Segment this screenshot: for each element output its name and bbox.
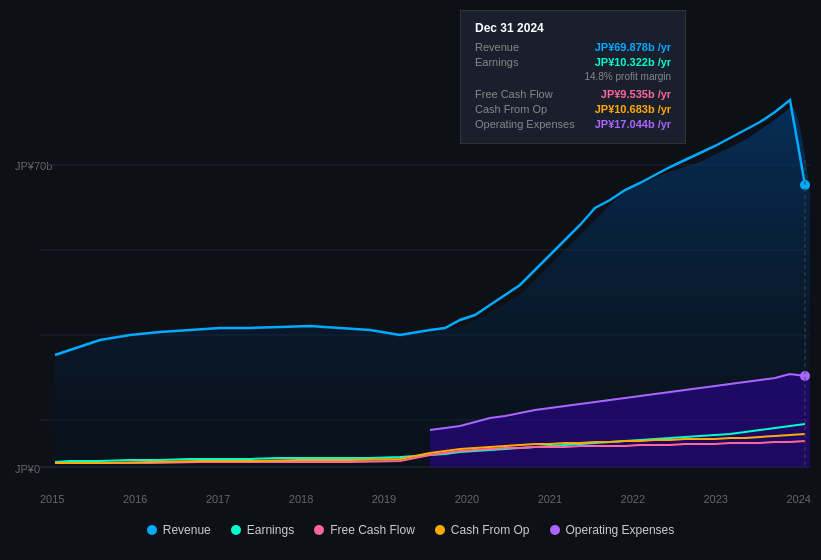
tooltip-earnings-row: Earnings JP¥10.322b /yr [475, 56, 671, 68]
x-label-2016: 2016 [123, 493, 147, 505]
tooltip-opex-row: Operating Expenses JP¥17.044b /yr [475, 118, 671, 130]
legend-revenue-label: Revenue [163, 523, 211, 537]
legend-cashop-dot [435, 525, 445, 535]
legend-cashop-label: Cash From Op [451, 523, 530, 537]
tooltip-earnings-label: Earnings [475, 56, 518, 68]
x-label-2023: 2023 [704, 493, 728, 505]
chart-svg [0, 0, 821, 510]
legend-fcf-dot [314, 525, 324, 535]
tooltip-opex-label: Operating Expenses [475, 118, 575, 130]
tooltip-revenue-row: Revenue JP¥69.878b /yr [475, 41, 671, 53]
legend-revenue[interactable]: Revenue [147, 523, 211, 537]
x-label-2019: 2019 [372, 493, 396, 505]
tooltip-cashop-label: Cash From Op [475, 103, 547, 115]
tooltip-revenue-label: Revenue [475, 41, 519, 53]
legend-earnings-dot [231, 525, 241, 535]
tooltip-panel: Dec 31 2024 Revenue JP¥69.878b /yr Earni… [460, 10, 686, 144]
legend-opex-dot [550, 525, 560, 535]
x-axis: 2015 2016 2017 2018 2019 2020 2021 2022 … [40, 493, 811, 505]
legend-earnings[interactable]: Earnings [231, 523, 294, 537]
tooltip-fcf-label: Free Cash Flow [475, 88, 553, 100]
x-label-2021: 2021 [538, 493, 562, 505]
tooltip-earnings-value: JP¥10.322b /yr [595, 56, 671, 68]
x-label-2017: 2017 [206, 493, 230, 505]
legend-opex[interactable]: Operating Expenses [550, 523, 675, 537]
tooltip-margin-value: 14.8% profit margin [584, 71, 671, 82]
tooltip-opex-value: JP¥17.044b /yr [595, 118, 671, 130]
tooltip-margin-row: 14.8% profit margin [475, 71, 671, 85]
chart-container: Dec 31 2024 Revenue JP¥69.878b /yr Earni… [0, 0, 821, 560]
x-label-2015: 2015 [40, 493, 64, 505]
legend-fcf-label: Free Cash Flow [330, 523, 415, 537]
x-label-2018: 2018 [289, 493, 313, 505]
tooltip-fcf-row: Free Cash Flow JP¥9.535b /yr [475, 88, 671, 100]
legend-earnings-label: Earnings [247, 523, 294, 537]
x-label-2024: 2024 [786, 493, 810, 505]
x-label-2022: 2022 [621, 493, 645, 505]
tooltip-fcf-value: JP¥9.535b /yr [601, 88, 671, 100]
tooltip-cashop-row: Cash From Op JP¥10.683b /yr [475, 103, 671, 115]
tooltip-date: Dec 31 2024 [475, 21, 671, 35]
tooltip-cashop-value: JP¥10.683b /yr [595, 103, 671, 115]
tooltip-revenue-value: JP¥69.878b /yr [595, 41, 671, 53]
legend-fcf[interactable]: Free Cash Flow [314, 523, 415, 537]
chart-legend: Revenue Earnings Free Cash Flow Cash Fro… [0, 510, 821, 550]
legend-cashop[interactable]: Cash From Op [435, 523, 530, 537]
x-label-2020: 2020 [455, 493, 479, 505]
legend-revenue-dot [147, 525, 157, 535]
legend-opex-label: Operating Expenses [566, 523, 675, 537]
